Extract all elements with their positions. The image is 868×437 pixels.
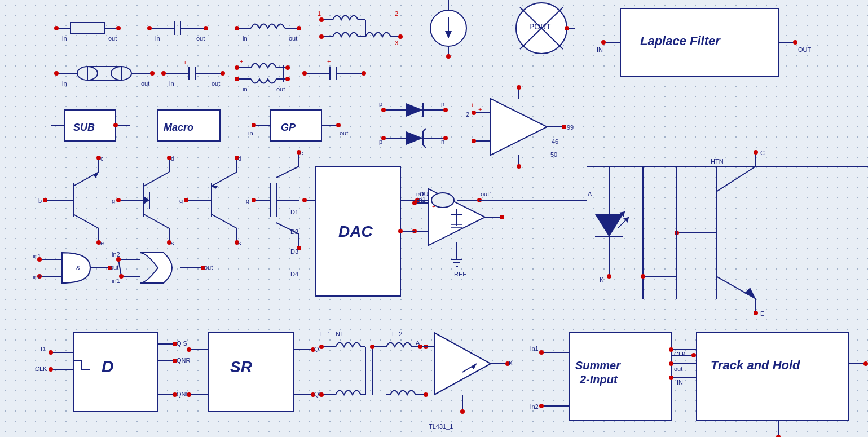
svg-point-237 [370,345,374,349]
label-lf-out: OUT [798,46,812,53]
svg-marker-129 [212,186,218,189]
label-and-in2: in2 [33,273,41,280]
svg-rect-73 [271,110,321,141]
svg-point-265 [669,376,673,380]
label-diode2-n: n [441,138,444,145]
label-t1: 1 [318,10,321,17]
svg-point-82 [381,108,386,112]
label-mos-c: c [300,149,303,156]
svg-point-83 [443,108,448,112]
svg-point-34 [565,26,569,30]
label-polcap-out: out [141,80,149,87]
svg-point-222 [187,392,191,397]
svg-point-185 [607,274,611,279]
label-jfet-d: d [171,155,174,162]
svg-point-9 [147,26,152,30]
label-a: A [588,191,592,197]
svg-point-236 [319,392,324,397]
label-tx-l2: L_2 [392,330,402,337]
svg-point-269 [431,193,454,208]
svg-point-46 [150,71,155,76]
svg-point-10 [204,26,208,30]
svg-point-77 [336,123,341,127]
label-port: PORT [529,22,551,31]
svg-marker-193 [744,288,756,299]
schematic-canvas: in out in out in out 1 2 3 PORT Laplace … [0,0,868,437]
svg-point-102 [517,164,521,169]
label-th-in: IN [677,379,683,386]
svg-point-59 [235,77,239,81]
label-tl431-a: A [416,339,420,346]
label-summer-in1: in1 [530,345,539,352]
label-jfet-g: g [112,197,115,204]
summer-label: Summer [575,359,621,372]
label-led-k: K [600,276,604,283]
svg-point-255 [691,353,696,357]
label-or-out2: out [204,264,213,271]
macro-label: Macro [164,122,193,133]
label-polcap-in: in [62,80,67,87]
label-mos-g: g [246,197,249,204]
label-opamp-num2: 2 [466,111,469,118]
label-opamp-50: 50 [550,151,557,158]
svg-point-4 [116,26,121,30]
svg-point-23 [319,34,324,39]
svg-line-117 [144,214,169,228]
svg-rect-256 [697,333,849,420]
svg-point-248 [460,409,465,414]
label-ref: REF [454,271,466,277]
svg-point-212 [49,367,53,372]
svg-point-60 [285,65,290,70]
svg-point-67 [362,71,366,76]
svg-point-101 [517,85,521,90]
label-npn-e: e [100,240,104,246]
label-opamp-top-plus: + [470,101,474,108]
svg-point-274 [398,229,403,233]
svg-point-170 [500,215,504,219]
svg-point-29 [446,54,451,59]
svg-point-14 [297,26,301,30]
sr-label: SR [230,358,253,376]
svg-point-211 [49,350,53,355]
label-mos-d3: D3 [290,248,298,255]
label-opamp-out: 99 [567,124,574,131]
label-diode1-p: p [379,100,382,107]
sub-label: SUB [73,122,95,133]
svg-point-235 [319,345,324,349]
label-htn: HTN [711,158,724,165]
label-tx-nt: NT [336,330,344,337]
label-igbt-c: C [760,149,765,156]
label-sr-q: Q [314,346,319,352]
label-opamp-minus: − [478,138,482,145]
label-or-in1: in1 [112,277,120,284]
label-mos-d4: D4 [290,271,298,277]
svg-point-3 [54,26,59,30]
label-dff-clk: CLK [35,365,47,372]
label-polcap2-in: in [169,80,174,87]
svg-point-66 [302,71,307,76]
label-dff-qs: Q S [177,340,187,347]
label-pnp-s: s [238,240,241,246]
label-mi-in: in [243,86,248,92]
label-t2: 2 [395,10,398,17]
svg-point-45 [54,71,59,76]
label-cap-in: in [155,35,160,42]
svg-point-110 [43,198,47,202]
label-and-in1: in1 [33,253,41,259]
svg-point-143 [252,198,256,202]
svg-point-39 [793,40,797,45]
svg-point-264 [669,361,673,366]
label-cap3-plus: + [327,58,331,65]
schematic-svg: in out in out in out 1 2 3 PORT Laplace … [0,0,868,437]
label-ind-out: out [289,35,297,42]
label-mi-out: out [276,86,285,92]
svg-point-263 [669,347,673,352]
svg-point-122 [116,198,121,202]
d-ff-label: D [102,357,114,376]
svg-point-76 [252,123,256,127]
laplace-filter-label: Laplace Filter [640,34,721,48]
svg-point-239 [424,392,428,397]
svg-line-191 [716,166,756,192]
svg-point-13 [235,26,239,30]
label-gp-out: out [340,130,348,136]
